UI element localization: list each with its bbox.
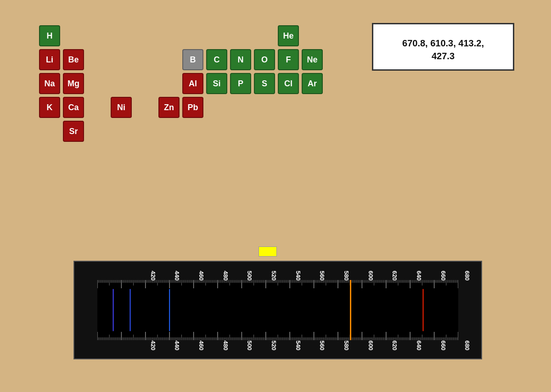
scale-mark-420: 420 — [150, 341, 157, 351]
scale-mark-540: 540 — [295, 271, 302, 281]
scale-mark-540: 540 — [295, 341, 302, 351]
scale-mark-680: 680 — [464, 341, 471, 351]
scale-mark-440: 440 — [174, 271, 180, 281]
element-f[interactable]: F — [278, 49, 299, 70]
element-cl[interactable]: Cl — [278, 73, 299, 94]
element-ne[interactable]: Ne — [302, 49, 323, 70]
element-n[interactable]: N — [230, 49, 251, 70]
spectrum-label-left — [74, 262, 97, 358]
element-sr[interactable]: Sr — [63, 121, 84, 142]
scale-mark-560: 560 — [319, 341, 326, 351]
scale-mark-580: 580 — [343, 341, 350, 351]
element-ca[interactable]: Ca — [63, 97, 84, 118]
element-s[interactable]: S — [254, 73, 275, 94]
element-na[interactable]: Na — [39, 73, 60, 94]
scale-mark-600: 600 — [367, 271, 374, 281]
element-c[interactable]: C — [206, 49, 227, 70]
element-b[interactable]: B — [182, 49, 203, 70]
scale-mark-440: 440 — [174, 341, 180, 351]
element-o[interactable]: O — [254, 49, 275, 70]
scale-mark-580: 580 — [343, 271, 350, 281]
element-k[interactable]: K — [39, 97, 60, 118]
scale-mark-420: 420 — [150, 271, 157, 281]
spectrum-display — [97, 280, 458, 340]
scale-mark-460: 460 — [198, 341, 205, 351]
scale-mark-660: 660 — [440, 271, 447, 281]
element-h[interactable]: H — [39, 25, 60, 46]
scale-mark-620: 620 — [391, 341, 398, 351]
info-box-lines: 670.8, 610.3, 413.2,427.3 — [382, 37, 504, 62]
element-ar[interactable]: Ar — [302, 73, 323, 94]
element-al[interactable]: Al — [182, 73, 203, 94]
element-pb[interactable]: Pb — [182, 97, 203, 118]
scale-mark-500: 500 — [246, 341, 253, 351]
scale-mark-660: 660 — [440, 341, 447, 351]
scale-mark-480: 480 — [222, 341, 229, 351]
scale-numbers-top: 4204404604805005205405605806006206406606… — [97, 262, 458, 280]
yellow-indicator[interactable] — [259, 246, 277, 257]
element-li[interactable]: Li — [39, 49, 60, 70]
element-be[interactable]: Be — [63, 49, 84, 70]
scale-mark-520: 520 — [270, 341, 277, 351]
scale-mark-500: 500 — [246, 271, 253, 281]
scale-mark-560: 560 — [319, 271, 326, 281]
emission-info-box: 670.8, 610.3, 413.2,427.3 — [372, 23, 514, 71]
element-ni[interactable]: Ni — [111, 97, 132, 118]
scale-mark-520: 520 — [270, 271, 277, 281]
orange-marker-line — [350, 280, 351, 340]
scale-mark-600: 600 — [367, 341, 374, 351]
scale-mark-640: 640 — [416, 271, 422, 281]
spectrum-container: 4204404604805005205405605806006206406606… — [73, 261, 482, 359]
element-si[interactable]: Si — [206, 73, 227, 94]
scale-mark-460: 460 — [198, 271, 205, 281]
scale-numbers-bottom: 4204404604805005205405605806006206406606… — [97, 340, 458, 358]
element-p[interactable]: P — [230, 73, 251, 94]
element-mg[interactable]: Mg — [63, 73, 84, 94]
scale-mark-620: 620 — [391, 271, 398, 281]
scale-mark-680: 680 — [464, 271, 471, 281]
element-zn[interactable]: Zn — [158, 97, 180, 118]
scale-mark-640: 640 — [416, 341, 422, 351]
element-he[interactable]: He — [278, 25, 299, 46]
scale-mark-480: 480 — [222, 271, 229, 281]
